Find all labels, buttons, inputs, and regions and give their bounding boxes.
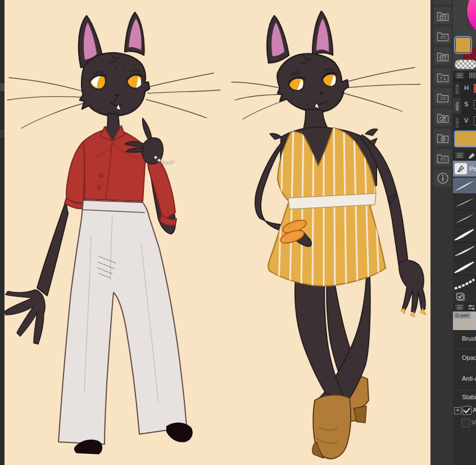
subtool-panel: Pen (453, 147, 476, 303)
character-left (4, 12, 220, 454)
subtool-stroke-item[interactable] (453, 259, 476, 276)
tab-hsv[interactable]: HSV (453, 97, 461, 114)
saturation-label: S (464, 101, 468, 107)
color-mode-tabs: RGB HSV CMY (453, 80, 461, 131)
left-toolbar-edge (0, 0, 4, 465)
toggle-label: Vector magnet (472, 419, 476, 426)
character-right (232, 11, 426, 459)
subtool-stroke-item[interactable] (453, 276, 476, 291)
saturation-slider[interactable] (474, 100, 476, 109)
expand-icon[interactable]: + (454, 407, 461, 414)
paint-app-window: { "canvas": { "background": "#f8e3c3", "… (0, 0, 476, 465)
value-label: V (464, 117, 468, 124)
info-icon (437, 172, 449, 184)
toggle-row-adjust-by-speed: + Adjust by speed (453, 405, 476, 417)
material-folder-grid-icon (437, 30, 449, 42)
info-button[interactable] (434, 169, 451, 187)
property-label: Brush Size (462, 335, 476, 342)
pen-tool-tab-icon[interactable] (467, 151, 476, 159)
material-folder-arrows-button[interactable] (434, 68, 451, 85)
material-folder-edit-button[interactable] (434, 109, 451, 126)
property-row-opacity[interactable]: Opacity (453, 349, 476, 368)
slider-tab-icon[interactable] (469, 71, 476, 79)
property-row-anti-aliasing[interactable]: Anti-aliasing (453, 368, 476, 390)
subtool-stroke-item[interactable] (453, 243, 476, 259)
value-slider[interactable] (474, 116, 476, 125)
panel-menu-icon[interactable] (455, 72, 464, 79)
tool-property-header (453, 303, 476, 312)
property-row-stabilization[interactable]: Stabilization (453, 390, 476, 405)
subtool-stroke-item[interactable] (453, 227, 476, 243)
color-slider-header (453, 71, 476, 80)
vector-magnet-checkbox[interactable] (461, 418, 470, 427)
material-bar (430, 0, 454, 465)
material-folder-grid-button[interactable] (434, 88, 451, 106)
subtool-stroke-item[interactable] (453, 178, 476, 194)
panel-menu-icon[interactable] (455, 152, 464, 159)
toggle-row-vector-magnet: Vector magnet (453, 417, 476, 430)
canvas[interactable] (4, 0, 430, 465)
color-wheel-panel (453, 0, 476, 71)
checkbox-view-icon[interactable] (455, 292, 466, 302)
material-folder-window-icon (437, 10, 449, 21)
material-folder-window-button[interactable] (434, 7, 451, 24)
toolbar-edge-notch (0, 129, 4, 137)
main-color-swatch[interactable] (454, 36, 472, 54)
property-label: Stabilization (462, 394, 476, 400)
hue-slider-row[interactable]: H (461, 80, 476, 97)
color-wheel[interactable] (466, 0, 476, 37)
material-folder-window-icon (437, 51, 449, 62)
material-folder-grid-icon (437, 152, 449, 164)
tool-property-panel: G-pen Brush Size Opacity Anti-aliasing S… (453, 303, 476, 465)
brush-preview: G-pen (453, 311, 476, 330)
adjust-by-speed-checkbox[interactable] (463, 406, 472, 415)
property-label: Anti-aliasing (462, 375, 476, 382)
subtool-group-pen[interactable]: Pen (453, 161, 476, 177)
subtool-group-label: Pen (469, 165, 476, 172)
canvas-artwork[interactable] (4, 0, 430, 465)
property-label: Opacity (462, 354, 476, 361)
sliders-tab-icon[interactable] (467, 303, 476, 311)
hue-label: H (464, 84, 469, 91)
subtool-header (453, 151, 476, 160)
subtool-stroke-item[interactable] (453, 194, 476, 210)
material-folder-arrows-icon (437, 71, 449, 83)
material-folder-button[interactable] (434, 0, 451, 4)
toolbar-edge-notch (0, 83, 4, 91)
pen-nib-icon (455, 163, 467, 174)
toggle-label: Adjust by speed (473, 407, 476, 413)
property-row-brush-size[interactable]: Brush Size (453, 330, 476, 349)
saturation-slider-row[interactable]: S (461, 97, 476, 113)
value-slider-row[interactable]: V (461, 113, 476, 129)
brush-name-badge: G-pen (454, 312, 471, 319)
material-folder-grid-button[interactable] (434, 149, 451, 166)
tool-property-rows: Brush Size Opacity Anti-aliasing Stabili… (453, 330, 476, 430)
subtool-stroke-list (453, 178, 476, 291)
selected-color-display[interactable] (454, 130, 476, 147)
subtool-stroke-item[interactable] (453, 210, 476, 227)
material-folder-grid-button[interactable] (434, 27, 451, 44)
material-folder-edit-icon (437, 112, 449, 123)
hue-slider[interactable] (474, 84, 476, 93)
material-folder-globe-icon (437, 132, 449, 143)
subtool-footer (453, 291, 476, 303)
material-folder-globe-button[interactable] (434, 129, 451, 146)
slider-rows: H S V (461, 80, 476, 131)
material-folder-window-button[interactable] (434, 47, 451, 65)
checker-pattern (455, 60, 476, 69)
right-panels: RGB HSV CMY H S V (453, 0, 476, 465)
tab-cmy[interactable]: CMY (453, 114, 461, 131)
panel-menu-icon[interactable] (455, 304, 464, 310)
material-folder-grid-icon (437, 92, 449, 103)
color-slider-panel: RGB HSV CMY H S V (453, 71, 476, 147)
tab-rgb[interactable]: RGB (453, 80, 461, 97)
transparent-color-swatch[interactable] (455, 60, 476, 69)
